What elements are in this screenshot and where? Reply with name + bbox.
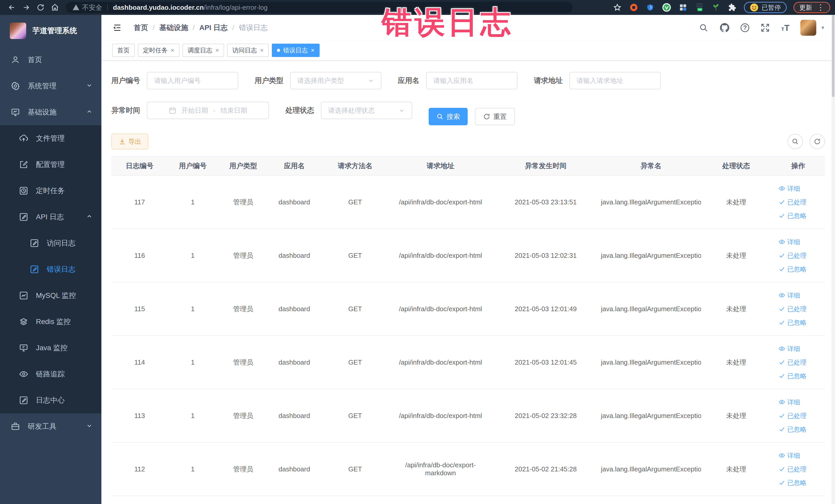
action-mark-ignored[interactable]: 已忽略: [778, 425, 807, 434]
export-button[interactable]: 导出: [111, 134, 148, 149]
extension-orange-icon[interactable]: [629, 3, 639, 12]
browser-home-icon[interactable]: [48, 2, 62, 13]
sidebar-item-infra[interactable]: 基础设施: [0, 99, 101, 125]
font-size-icon[interactable]: тT: [781, 23, 790, 33]
action-detail[interactable]: 详细: [778, 238, 800, 246]
check-icon: [778, 319, 785, 326]
browser-menu-icon[interactable]: ⋮: [817, 6, 824, 9]
col-method: 请求方法名: [320, 156, 390, 175]
github-icon[interactable]: [719, 23, 730, 33]
user-type-select[interactable]: 请选择用户类型: [290, 72, 382, 89]
search-button[interactable]: 搜索: [429, 108, 468, 125]
sidebar-item-access-log[interactable]: 访问日志: [0, 230, 101, 256]
action-mark-ignored[interactable]: 已忽略: [778, 211, 807, 220]
tab-schedule-log[interactable]: 调度日志×: [183, 44, 224, 57]
fullscreen-icon[interactable]: [760, 23, 770, 33]
close-icon[interactable]: ×: [216, 47, 219, 54]
breadcrumb-item[interactable]: 基础设施: [159, 23, 188, 33]
extension-green-circle-icon[interactable]: [662, 3, 672, 12]
cell-exception-name: java.lang.IllegalArgumentException: [601, 282, 701, 336]
sidebar-item-scheduled-jobs[interactable]: 定时任务: [0, 178, 101, 204]
chevron-up-icon: [86, 213, 93, 221]
app-name-input[interactable]: [426, 72, 517, 89]
close-icon[interactable]: ×: [260, 47, 264, 54]
action-mark-ignored[interactable]: 已忽略: [778, 265, 807, 274]
action-mark-processed[interactable]: 已处理: [778, 305, 807, 313]
app-logo: [10, 23, 26, 39]
refresh-table-button[interactable]: [810, 134, 825, 149]
help-icon[interactable]: ?: [740, 23, 749, 32]
extension-grid-icon[interactable]: [678, 3, 688, 12]
action-detail[interactable]: 详细: [778, 345, 800, 353]
scrollbar-thumb[interactable]: [832, 15, 834, 97]
sidebar-item-api-log[interactable]: API 日志: [0, 204, 101, 230]
sidebar-item-redis-monitor[interactable]: Redis 监控: [0, 309, 101, 335]
sidebar-item-system[interactable]: 系统管理: [0, 73, 101, 99]
row-actions: 详细 已处理 已忽略: [771, 238, 825, 274]
eye-icon: [778, 399, 785, 405]
avatar-caret-icon[interactable]: ▾: [821, 24, 824, 31]
process-status-select[interactable]: 请选择处理状态: [321, 102, 412, 119]
action-detail[interactable]: 详细: [778, 451, 800, 460]
tags-view-bar: 首页 定时任务× 调度日志× 访问日志× 错误日志×: [101, 41, 835, 61]
page-scrollbar[interactable]: [831, 15, 835, 504]
bookmark-star-icon[interactable]: [612, 3, 622, 12]
sidebar-item-mysql-monitor[interactable]: MySQL 监控: [0, 282, 101, 309]
close-icon[interactable]: ×: [311, 47, 314, 54]
close-icon[interactable]: ×: [171, 47, 174, 54]
sidebar-item-dev-tools[interactable]: 研发工具: [0, 414, 101, 440]
sidebar-item-file-manage[interactable]: 文件管理: [0, 125, 101, 152]
browser-reload-icon[interactable]: [33, 2, 48, 13]
action-mark-ignored[interactable]: 已忽略: [778, 318, 807, 327]
tab-error-log[interactable]: 错误日志×: [272, 44, 320, 57]
sidebar-item-error-log[interactable]: 错误日志: [0, 256, 101, 282]
breadcrumb-separator: /: [232, 24, 235, 32]
breadcrumb-item[interactable]: 首页: [134, 23, 148, 33]
not-secure-warning[interactable]: 不安全: [73, 3, 102, 12]
edit-icon: [30, 265, 39, 274]
breadcrumb-item[interactable]: API 日志: [200, 23, 228, 33]
sidebar-item-label: MySQL 监控: [36, 291, 76, 300]
sidebar-item-java-monitor[interactable]: Java 监控: [0, 335, 101, 361]
action-mark-processed[interactable]: 已处理: [778, 411, 807, 420]
sidebar-item-home[interactable]: 首页: [0, 47, 101, 73]
sidebar-fold-icon[interactable]: [112, 23, 122, 33]
action-mark-processed[interactable]: 已处理: [778, 198, 807, 206]
action-label: 详细: [787, 184, 800, 193]
cell-process-status: 未处理: [701, 336, 771, 389]
chrome-update-button[interactable]: 更新 ⋮: [793, 2, 830, 13]
date-range-picker[interactable]: 开始日期 - 结束日期: [147, 102, 269, 119]
tab-access-log[interactable]: 访问日志×: [227, 44, 269, 57]
app-logo-row[interactable]: 芋道管理系统: [0, 15, 101, 47]
user-id-input[interactable]: [147, 72, 238, 89]
action-detail[interactable]: 详细: [778, 398, 800, 406]
request-url-input[interactable]: [569, 72, 661, 89]
extension-plant-icon[interactable]: [711, 3, 721, 12]
action-mark-processed[interactable]: 已处理: [778, 251, 807, 260]
header-search-icon[interactable]: [698, 23, 709, 33]
action-mark-processed[interactable]: 已处理: [778, 465, 807, 473]
paused-extension-badge[interactable]: 已暂停: [744, 2, 787, 13]
user-avatar[interactable]: [800, 20, 816, 36]
toggle-search-button[interactable]: [788, 134, 803, 149]
sidebar-item-config-manage[interactable]: 配置管理: [0, 152, 101, 178]
reset-button[interactable]: 重置: [475, 108, 515, 125]
action-detail[interactable]: 详细: [778, 291, 800, 300]
page-url[interactable]: dashboard.yudao.iocoder.cn/infra/log/api…: [113, 4, 268, 12]
sidebar-item-log-center[interactable]: 日志中心: [0, 387, 101, 414]
date-separator: -: [213, 106, 216, 115]
tab-scheduled-jobs[interactable]: 定时任务×: [138, 44, 179, 57]
extensions-puzzle-icon[interactable]: [728, 3, 737, 12]
action-mark-ignored[interactable]: 已忽略: [778, 372, 807, 380]
action-label: 已处理: [787, 251, 807, 260]
browser-back-icon[interactable]: [5, 2, 19, 13]
check-icon: [778, 372, 785, 379]
action-mark-ignored[interactable]: 已忽略: [778, 479, 807, 487]
browser-forward-icon[interactable]: [19, 2, 33, 13]
sidebar-item-tracing[interactable]: 链路追踪: [0, 361, 101, 387]
extension-blue-shield-icon[interactable]: [645, 3, 655, 12]
action-detail[interactable]: 详细: [778, 184, 800, 193]
action-mark-processed[interactable]: 已处理: [778, 358, 807, 367]
extension-on-badge-icon[interactable]: on: [695, 3, 704, 12]
tab-home[interactable]: 首页: [112, 44, 135, 57]
